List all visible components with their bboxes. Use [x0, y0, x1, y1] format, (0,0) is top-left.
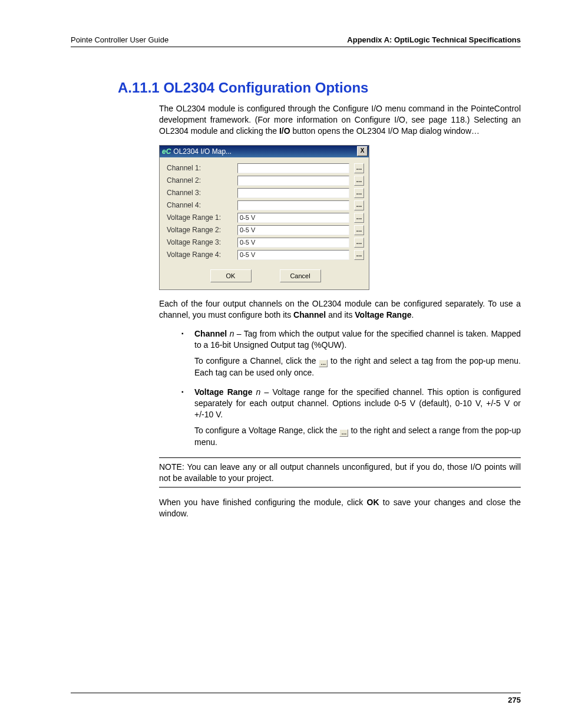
input-channel-4[interactable]	[237, 200, 349, 210]
input-channel-1[interactable]	[237, 163, 349, 173]
input-voltage-2[interactable]: 0-5 V	[237, 225, 349, 235]
browse-button-channel-2[interactable]: …	[354, 176, 364, 186]
ellipsis-icon: …	[339, 429, 348, 437]
input-channel-2[interactable]	[237, 176, 349, 186]
section-number: A.11.1	[118, 80, 160, 95]
app-icon: eC	[162, 147, 171, 156]
label-voltage-4: Voltage Range 4:	[167, 251, 233, 259]
row-channel-2: Channel 2: …	[167, 176, 364, 186]
page-header: Pointe Controller User Guide Appendix A:…	[71, 35, 521, 47]
io-map-dialog: eC OL2304 I/O Map... X Channel 1: … Chan…	[159, 145, 369, 290]
intro-paragraph: The OL2304 module is configured through …	[159, 103, 521, 137]
browse-button-channel-1[interactable]: …	[354, 163, 364, 173]
browse-button-channel-3[interactable]: …	[354, 188, 364, 198]
section-title-text: OL2304 Configuration Options	[163, 80, 368, 95]
dialog-title: OL2304 I/O Map...	[173, 147, 232, 156]
row-voltage-1: Voltage Range 1: 0-5 V …	[167, 213, 364, 223]
cancel-button[interactable]: Cancel	[280, 269, 321, 282]
ok-button[interactable]: OK	[210, 269, 252, 282]
closing-paragraph: When you have finished configuring the m…	[159, 497, 521, 519]
label-channel-1: Channel 1:	[167, 164, 233, 172]
input-channel-3[interactable]	[237, 188, 349, 198]
row-channel-4: Channel 4: …	[167, 200, 364, 210]
browse-button-channel-4[interactable]: …	[354, 200, 364, 210]
browse-button-voltage-2[interactable]: …	[354, 225, 364, 235]
label-voltage-1: Voltage Range 1:	[167, 213, 233, 222]
row-voltage-2: Voltage Range 2: 0-5 V …	[167, 225, 364, 235]
browse-button-voltage-4[interactable]: …	[354, 250, 364, 260]
label-voltage-2: Voltage Range 2:	[167, 226, 233, 234]
close-icon[interactable]: X	[357, 146, 368, 156]
ellipsis-icon: …	[319, 360, 328, 367]
input-voltage-1[interactable]: 0-5 V	[237, 213, 349, 223]
label-voltage-3: Voltage Range 3:	[167, 238, 233, 246]
row-voltage-3: Voltage Range 3: 0-5 V …	[167, 238, 364, 248]
dialog-titlebar: eC OL2304 I/O Map... X	[160, 146, 369, 157]
label-channel-3: Channel 3:	[167, 189, 233, 197]
row-channel-1: Channel 1: …	[167, 163, 364, 173]
label-channel-2: Channel 2:	[167, 176, 233, 185]
bullet-voltage-range: Voltage Range n – Voltage range for the …	[181, 387, 521, 448]
note-block: NOTE: You can leave any or all output ch…	[159, 457, 521, 488]
header-left: Pointe Controller User Guide	[71, 35, 168, 44]
row-voltage-4: Voltage Range 4: 0-5 V …	[167, 250, 364, 260]
input-voltage-4[interactable]: 0-5 V	[237, 250, 349, 260]
header-right: Appendix A: OptiLogic Technical Specific…	[347, 35, 521, 44]
paragraph-channels: Each of the four output channels on the …	[159, 298, 521, 321]
row-channel-3: Channel 3: …	[167, 188, 364, 198]
browse-button-voltage-1[interactable]: …	[354, 213, 364, 223]
bullet-channel: Channel n – Tag from which the output va…	[181, 328, 521, 378]
browse-button-voltage-3[interactable]: …	[354, 238, 364, 248]
label-channel-4: Channel 4:	[167, 201, 233, 209]
input-voltage-3[interactable]: 0-5 V	[237, 238, 349, 248]
section-heading: A.11.1 OL2304 Configuration Options	[118, 80, 521, 96]
page-number: 275	[71, 693, 521, 704]
